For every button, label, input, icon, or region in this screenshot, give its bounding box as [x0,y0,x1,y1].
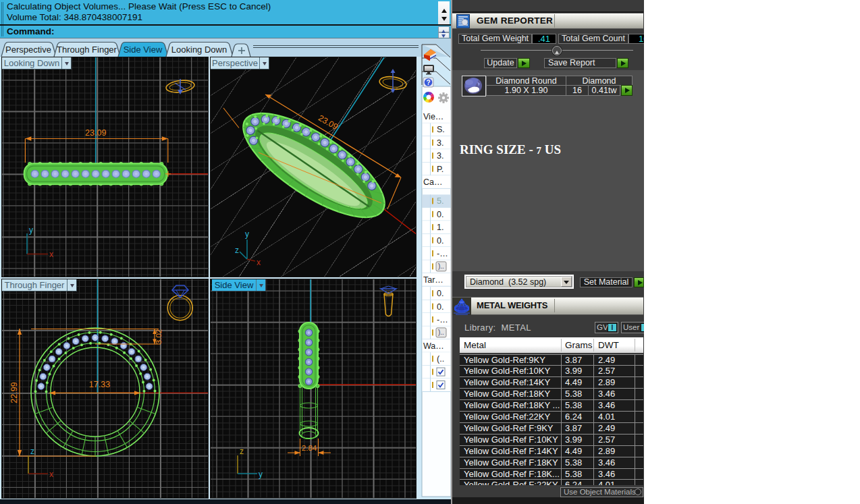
svg-text:z: z [30,447,34,456]
svg-text:x: x [49,470,53,479]
svg-text:0.: 0. [437,210,444,219]
svg-text:z: z [235,246,239,255]
svg-text:3.: 3. [437,138,444,148]
svg-text:Through Finger: Through Finger [57,45,117,55]
svg-text:Vie…: Vie… [423,112,444,121]
svg-text:Wa…: Wa… [423,341,444,351]
svg-text:22.99: 22.99 [9,382,19,403]
svg-text:Looking Down: Looking Down [171,45,227,55]
svg-text:2.84: 2.84 [302,444,317,452]
svg-text:Ca…: Ca… [423,177,442,187]
svg-text:3.02: 3.02 [155,329,163,344]
svg-text:3.: 3. [437,151,444,161]
svg-text:1.: 1. [437,223,444,232]
svg-text:(..: (.. [437,354,444,364]
svg-text:S.: S. [437,125,445,134]
svg-text:-…: -… [437,249,448,258]
svg-text:-…: -… [437,315,448,325]
svg-text:)..: ).. [438,329,444,336]
svg-text:Side View: Side View [124,45,163,55]
svg-text:P.: P. [437,165,444,174]
svg-text:Perspective: Perspective [5,45,51,55]
svg-text:17.33: 17.33 [89,380,110,389]
svg-text:23.09: 23.09 [317,113,340,132]
svg-text:0.: 0. [437,302,444,312]
svg-text:y: y [245,229,249,239]
svg-text:y: y [29,225,33,235]
svg-text:5.: 5. [437,196,444,206]
svg-text:z: z [240,447,244,456]
svg-text:x: x [257,258,261,267]
svg-text:23.09: 23.09 [85,128,106,138]
svg-text:y: y [259,470,263,479]
svg-text:0.: 0. [437,236,444,246]
svg-text:0.: 0. [437,289,444,298]
svg-text:)..: ).. [438,262,444,270]
svg-text:Tar…: Tar… [423,275,444,285]
svg-text:?: ? [426,79,430,86]
svg-text:x: x [49,250,53,259]
